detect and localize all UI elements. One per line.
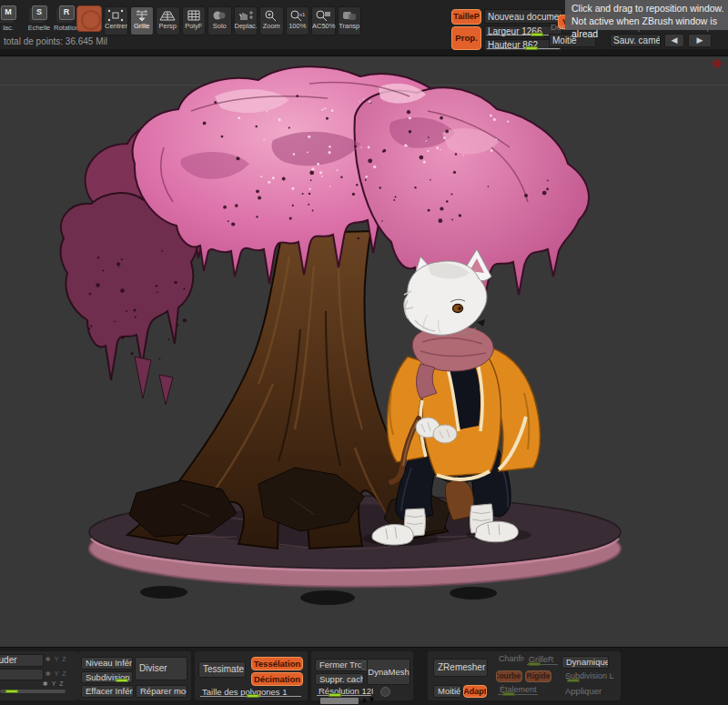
move-canvas-button[interactable]: Deplac. xyxy=(234,6,258,35)
material-color-swatch[interactable] xyxy=(76,5,102,32)
transparency-button[interactable]: Transp xyxy=(338,6,362,35)
smooth-subdiv-slider[interactable]: Subdivision Lis xyxy=(561,670,614,682)
delete-lower-button[interactable]: Effacer Inférie xyxy=(81,685,134,698)
move-tool-icon: M xyxy=(1,5,16,20)
polygon-size-knob[interactable] xyxy=(247,694,259,698)
tooltip-line-1: Click and drag to reposition window. xyxy=(571,2,728,15)
divide-button[interactable]: Diviser xyxy=(135,657,187,680)
hand-move-icon xyxy=(237,9,255,22)
actual-size-button[interactable]: x1 100% xyxy=(286,6,310,35)
polygon-size-slider[interactable]: Taille des polygones 1 xyxy=(198,687,303,698)
rotate-tool-icon: R xyxy=(59,5,75,20)
close-holes-button[interactable]: Fermer Trous xyxy=(315,659,366,671)
move-gyro-tool[interactable]: M lac. xyxy=(0,5,22,36)
apply-button[interactable]: Appliquer xyxy=(561,685,605,698)
svg-text:x1: x1 xyxy=(299,12,306,17)
transparency-icon xyxy=(340,9,359,22)
zremesher-half-button[interactable]: Moitié xyxy=(433,685,461,698)
scale-tool-icon: S xyxy=(32,5,47,20)
zbrush-window: M lac. S Echelle R Rotation Centrer Gril… xyxy=(0,0,728,705)
smooth-subdiv-knob[interactable] xyxy=(567,679,580,682)
griller-slider[interactable]: GrilleR xyxy=(525,654,560,666)
swatch-circle-icon xyxy=(81,10,101,30)
griller-knob[interactable] xyxy=(528,662,541,666)
axis-toggle-row3[interactable]: ✱ Y Z xyxy=(43,680,64,688)
height-slider-knob[interactable] xyxy=(525,46,538,50)
chamfer-button[interactable]: Chanfrein xyxy=(495,654,524,664)
axis-toggle-row1[interactable]: ✱ Y Z xyxy=(46,656,66,663)
tessimate-button[interactable]: Tessimate xyxy=(198,661,246,678)
tooltip: Click and drag to reposition window. Not… xyxy=(565,0,728,30)
polyframe-button[interactable]: PolyF xyxy=(182,6,207,35)
subdivision-slider[interactable]: Subdivision 4 xyxy=(81,671,133,683)
curves-button[interactable]: Courbes xyxy=(496,670,522,682)
dynamic-subdiv-button[interactable]: Dynamique xyxy=(561,656,609,669)
document-size-button[interactable]: TailleP xyxy=(451,9,481,25)
spread-knob[interactable] xyxy=(502,692,515,696)
solo-button[interactable]: Solo xyxy=(207,6,232,35)
floor-grid-button[interactable]: Grille xyxy=(130,6,155,35)
move-tool-label: lac. xyxy=(0,24,22,32)
subdivision-knob[interactable] xyxy=(116,679,128,682)
dynamesh-button[interactable]: DynaMesh xyxy=(367,659,410,685)
repair-mesh-button[interactable]: Réparer mod. xyxy=(136,685,187,698)
weld-button[interactable]: ouder xyxy=(0,654,44,667)
decimation-button[interactable]: Décimation xyxy=(251,672,303,686)
magnifier-plus-icon xyxy=(262,9,280,22)
shelf-divider xyxy=(0,49,728,56)
zremesher-button[interactable]: ZRemesher xyxy=(433,659,488,677)
rigid-button[interactable]: Rigide xyxy=(525,670,551,682)
grid-icon xyxy=(133,9,151,22)
perspective-icon xyxy=(158,9,177,22)
solo-icon xyxy=(210,9,228,22)
point-count-status: total de points: 36.645 Mil xyxy=(4,36,107,46)
weld-row2-button[interactable] xyxy=(0,669,44,680)
zoom-button[interactable]: Zoom xyxy=(259,6,284,35)
width-slider-knob[interactable] xyxy=(531,33,543,36)
left-slider-knob[interactable] xyxy=(5,690,18,693)
adapt-button[interactable]: Adapt xyxy=(463,685,487,698)
center-button[interactable]: Centrer xyxy=(104,6,128,35)
tooltip-line-2: Not active when ZBrush window is alread xyxy=(571,15,728,40)
viewport-3d-scene[interactable] xyxy=(0,56,728,647)
center-icon xyxy=(106,9,125,22)
left-slider[interactable] xyxy=(0,690,66,693)
tessellation-button[interactable]: Tessélation xyxy=(251,657,303,670)
polyframe-icon xyxy=(185,9,203,22)
magnifier-one-icon: x1 xyxy=(288,9,307,22)
magnifier-half-icon xyxy=(314,9,332,22)
perspective-button[interactable]: Persp xyxy=(156,6,180,35)
scrollbar-arrows-icon[interactable]: ▲▼ xyxy=(360,695,375,704)
axis-toggle-row2[interactable]: ✱ Y Z xyxy=(46,670,66,678)
resolution-dot-button[interactable] xyxy=(380,687,390,697)
shelf-scrollbar[interactable] xyxy=(320,698,359,704)
lower-res-button[interactable]: Niveau Inférie xyxy=(81,657,133,670)
document-prop-button[interactable]: Prop. xyxy=(451,26,481,50)
resolution-knob[interactable] xyxy=(329,693,341,697)
delete-hidden-button[interactable]: Suppr. caché xyxy=(315,673,364,685)
antialiased-half-button[interactable]: AC50% xyxy=(311,6,336,35)
viewport-toolbar: Centrer Grille Persp PolyF Solo xyxy=(104,6,361,35)
scale-tool-label: Echelle xyxy=(25,24,53,32)
spread-slider[interactable]: Étalement xyxy=(496,684,540,696)
scale-gyro-tool[interactable]: S Echelle xyxy=(25,5,53,36)
